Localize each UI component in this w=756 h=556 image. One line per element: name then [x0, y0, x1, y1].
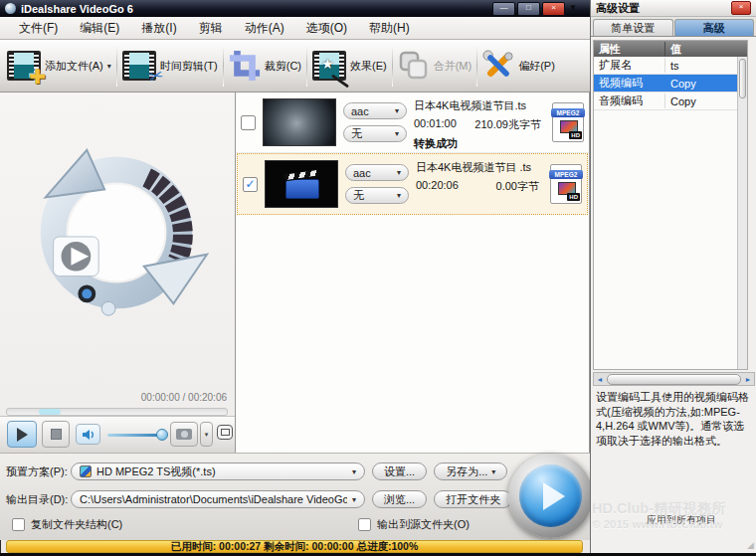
horizontal-scrollbar[interactable]: ◄ ► [593, 372, 755, 386]
file-checkbox-checked[interactable]: ✓ [243, 177, 258, 192]
snapshot-menu-button[interactable]: ▾ [200, 422, 213, 447]
chevron-down-icon: ▾ [395, 129, 399, 138]
play-icon [543, 482, 565, 510]
panel-splitter-icon[interactable]: ▼ [569, 3, 577, 12]
format-file-icon: MPEG2 HD [552, 102, 584, 142]
table-row-extension[interactable]: 扩展名 ts [594, 57, 747, 75]
advanced-panel-header: 高级设置 × [591, 0, 756, 17]
menu-action[interactable]: 动作(A) [234, 17, 295, 40]
time-trim-button[interactable]: ✂ 时间剪辑(T) [119, 49, 221, 83]
menu-play[interactable]: 播放(I) [130, 17, 187, 40]
add-files-button[interactable]: ✚ 添加文件(A) ▾ [4, 49, 114, 83]
format-badge: MPEG2 [551, 108, 585, 117]
mute-button[interactable] [76, 424, 100, 445]
advanced-settings-panel: 高级设置 × 简单设置 高级 属性 值 扩展名 ts 视频编码 Copy 音频编… [590, 0, 756, 553]
wand-icon [331, 75, 349, 89]
speaker-icon [82, 429, 95, 441]
window-title: iDealshare VideoGo 6 [21, 3, 133, 15]
time-trim-icon: ✂ [122, 51, 156, 81]
preset-combobox[interactable]: HD MPEG2 TS视频(*.ts) ▾ [71, 463, 365, 480]
vertical-scrollbar[interactable] [737, 57, 747, 369]
panel-close-icon[interactable]: × [731, 1, 751, 15]
output-panel: 预置方案(P): HD MPEG2 TS视频(*.ts) ▾ 设置... 另存为… [0, 453, 590, 540]
crop-button[interactable]: 裁剪(C) [226, 48, 304, 84]
volume-slider[interactable] [107, 434, 162, 437]
file-row-2[interactable]: ✓ aac ▾ 无 ▾ 日本4K电视频道节目 .ts 00:20: [237, 153, 588, 215]
progress-text: 已用时间: 00:00:27 剩余时间: 00:00:00 总进度:100% [171, 540, 419, 554]
preset-icon [80, 465, 92, 477]
chevron-down-icon: ▾ [397, 168, 401, 177]
start-conversion-button[interactable] [508, 454, 593, 538]
chevron-down-icon: ▾ [107, 62, 111, 71]
open-folder-button[interactable]: 打开文件夹 [434, 490, 512, 508]
property-table-header: 属性 值 [594, 41, 747, 57]
merge-button[interactable]: 合并(M) [395, 49, 475, 83]
copy-structure-label: 复制文件夹结构(C) [31, 517, 122, 532]
scrollbar-thumb[interactable] [607, 374, 741, 385]
table-row-audio-codec[interactable]: 音频编码 Copy [594, 93, 747, 110]
audio-track-select[interactable]: aac ▾ [343, 102, 407, 119]
progress-bar: 已用时间: 00:00:27 剩余时间: 00:00:00 总进度:100% [6, 540, 583, 553]
file-thumbnail [263, 98, 336, 146]
copy-structure-checkbox[interactable] [12, 518, 25, 531]
file-name: 日本4K电视频道节目.ts [414, 98, 545, 113]
toolbar-separator [116, 45, 117, 87]
menu-edit[interactable]: 编辑(E) [69, 17, 130, 40]
maximize-icon[interactable]: □ [517, 2, 540, 16]
window-controls: — □ × [492, 2, 565, 16]
output-to-source-label: 输出到源文件夹(O) [377, 517, 470, 532]
tab-simple-settings[interactable]: 简单设置 [593, 19, 673, 36]
file-duration: 00:20:06 [416, 179, 459, 194]
format-file-icon: MPEG2 HD [550, 164, 582, 204]
play-button[interactable] [7, 421, 37, 448]
seek-bar[interactable] [6, 408, 228, 416]
audio-track-select[interactable]: aac ▾ [345, 164, 409, 181]
menu-help[interactable]: 帮助(H) [358, 17, 421, 40]
camera-icon [176, 429, 192, 440]
menu-file[interactable]: 文件(F) [8, 17, 69, 40]
subtitle-select[interactable]: 无 ▾ [343, 125, 407, 142]
menu-clip[interactable]: 剪辑 [188, 17, 234, 40]
scrollbar-thumb[interactable] [739, 59, 746, 98]
toolbar-separator [223, 45, 224, 87]
stop-button[interactable] [42, 421, 70, 448]
format-badge: MPEG2 [549, 170, 583, 179]
resize-grip-icon[interactable]: ◢ [747, 540, 754, 550]
subtitle-select[interactable]: 无 ▾ [345, 187, 409, 204]
snapshot-button[interactable] [170, 422, 198, 447]
scroll-right-icon[interactable]: ► [742, 376, 754, 383]
preference-button[interactable]: 偏好(P) [479, 48, 558, 84]
app-window: iDealshare VideoGo 6 — □ × ▼ 文件(F) 编辑(E)… [0, 0, 756, 556]
fullscreen-button[interactable] [217, 425, 233, 440]
watermark: HD.Club-精研視務所 © 2015 www.HD.Club.tw [592, 499, 756, 530]
file-list: aac ▾ 无 ▾ 日本4K电视频道节目.ts 00:01:00 210.09兆… [236, 93, 590, 453]
volume-handle[interactable] [156, 429, 168, 441]
scroll-left-icon[interactable]: ◄ [594, 376, 606, 383]
menu-options[interactable]: 选项(O) [295, 17, 358, 40]
title-bar[interactable]: iDealshare VideoGo 6 — □ × [0, 0, 590, 17]
browse-button[interactable]: 浏览... [372, 490, 427, 508]
file-duration: 00:01:00 [414, 117, 457, 132]
chevron-down-icon: ▾ [395, 106, 399, 115]
toolbar-separator [476, 45, 477, 87]
table-row-video-codec[interactable]: 视频编码 Copy [594, 75, 747, 93]
output-to-source-checkbox[interactable] [358, 518, 371, 531]
app-logo [18, 134, 215, 331]
save-as-button[interactable]: 另存为... ▾ [434, 463, 507, 480]
close-icon[interactable]: × [542, 2, 565, 16]
output-dir-combobox[interactable]: C:\Users\Administrator\Documents\iDealsh… [71, 490, 365, 508]
menu-bar: 文件(F) 编辑(E) 播放(I) 剪辑 动作(A) 选项(O) 帮助(H) [0, 17, 590, 40]
chevron-down-icon: ▾ [491, 467, 495, 476]
effect-icon: ★ [312, 51, 346, 81]
settings-button[interactable]: 设置... [372, 463, 427, 480]
effect-button[interactable]: ★ 效果(E) [309, 49, 390, 83]
crop-icon [229, 50, 261, 82]
fullscreen-icon [221, 429, 230, 436]
file-row-1[interactable]: aac ▾ 无 ▾ 日本4K电视频道节目.ts 00:01:00 210.09兆… [236, 93, 589, 153]
file-name: 日本4K电视频道节目 .ts [416, 160, 543, 175]
play-icon [17, 428, 28, 442]
file-checkbox[interactable] [241, 115, 256, 130]
tab-advanced[interactable]: 高级 [674, 19, 755, 36]
seek-progress [39, 409, 61, 415]
minimize-icon[interactable]: — [492, 2, 515, 16]
